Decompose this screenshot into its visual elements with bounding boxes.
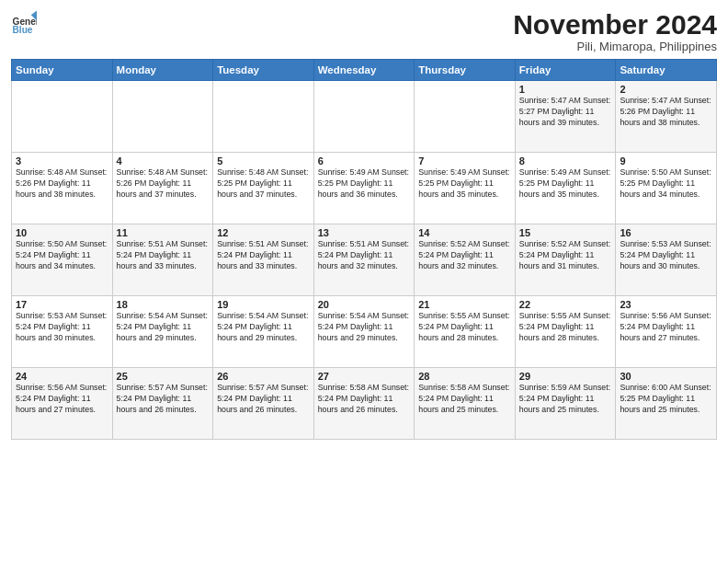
day-cell: 16Sunrise: 5:53 AM Sunset: 5:24 PM Dayli… [616,224,717,296]
day-number: 18 [117,299,210,310]
day-number: 27 [318,371,411,382]
day-number: 4 [117,155,210,167]
day-info: Sunrise: 5:53 AM Sunset: 5:24 PM Dayligh… [620,239,712,272]
day-cell: 13Sunrise: 5:51 AM Sunset: 5:24 PM Dayli… [313,224,415,296]
logo-icon: General Blue [11,9,37,35]
week-row-1: 3Sunrise: 5:48 AM Sunset: 5:26 PM Daylig… [12,153,717,224]
calendar-body: 1Sunrise: 5:47 AM Sunset: 5:27 PM Daylig… [12,81,717,440]
day-cell: 4Sunrise: 5:48 AM Sunset: 5:26 PM Daylig… [112,153,213,224]
day-cell: 10Sunrise: 5:50 AM Sunset: 5:24 PM Dayli… [12,224,113,296]
day-info: Sunrise: 5:57 AM Sunset: 5:24 PM Dayligh… [217,383,310,416]
day-cell [313,81,415,153]
calendar-table: Sunday Monday Tuesday Wednesday Thursday… [11,59,717,440]
month-title: November 2024 [513,9,717,40]
day-cell: 18Sunrise: 5:54 AM Sunset: 5:24 PM Dayli… [112,296,213,368]
day-cell: 11Sunrise: 5:51 AM Sunset: 5:24 PM Dayli… [112,224,213,296]
day-cell: 22Sunrise: 5:55 AM Sunset: 5:24 PM Dayli… [515,296,616,368]
logo: General Blue [11,9,37,35]
day-number: 1 [519,84,612,95]
day-number: 3 [16,155,108,167]
day-cell: 1Sunrise: 5:47 AM Sunset: 5:27 PM Daylig… [515,81,616,153]
day-number: 11 [117,227,210,238]
day-info: Sunrise: 5:54 AM Sunset: 5:24 PM Dayligh… [217,311,310,344]
day-info: Sunrise: 5:51 AM Sunset: 5:24 PM Dayligh… [117,239,210,272]
day-number: 7 [418,155,511,167]
day-info: Sunrise: 5:57 AM Sunset: 5:24 PM Dayligh… [117,383,210,416]
day-number: 15 [519,227,612,238]
day-info: Sunrise: 5:49 AM Sunset: 5:25 PM Dayligh… [318,167,411,201]
day-info: Sunrise: 5:47 AM Sunset: 5:26 PM Dayligh… [620,96,712,129]
day-cell: 5Sunrise: 5:48 AM Sunset: 5:25 PM Daylig… [213,153,314,224]
day-info: Sunrise: 5:49 AM Sunset: 5:25 PM Dayligh… [418,167,511,201]
day-cell: 28Sunrise: 5:58 AM Sunset: 5:24 PM Dayli… [415,368,516,440]
location: Pili, Mimaropa, Philippines [513,40,717,53]
day-number: 26 [217,371,310,382]
day-info: Sunrise: 5:52 AM Sunset: 5:24 PM Dayligh… [519,239,612,272]
day-cell: 14Sunrise: 5:52 AM Sunset: 5:24 PM Dayli… [415,224,516,296]
day-number: 6 [318,155,411,167]
day-cell: 2Sunrise: 5:47 AM Sunset: 5:26 PM Daylig… [616,81,717,153]
day-number: 25 [117,371,210,382]
day-cell [112,81,213,153]
day-info: Sunrise: 5:54 AM Sunset: 5:24 PM Dayligh… [318,311,411,344]
day-number: 14 [418,227,511,238]
day-cell: 3Sunrise: 5:48 AM Sunset: 5:26 PM Daylig… [12,153,113,224]
day-number: 12 [217,227,310,238]
day-cell: 15Sunrise: 5:52 AM Sunset: 5:24 PM Dayli… [515,224,616,296]
day-number: 28 [418,371,511,382]
week-row-0: 1Sunrise: 5:47 AM Sunset: 5:27 PM Daylig… [12,81,717,153]
day-info: Sunrise: 5:50 AM Sunset: 5:24 PM Dayligh… [16,239,108,272]
day-info: Sunrise: 5:48 AM Sunset: 5:26 PM Dayligh… [117,167,210,201]
day-cell: 19Sunrise: 5:54 AM Sunset: 5:24 PM Dayli… [213,296,314,368]
day-number: 10 [16,227,108,238]
day-info: Sunrise: 5:50 AM Sunset: 5:25 PM Dayligh… [620,167,712,201]
week-row-4: 24Sunrise: 5:56 AM Sunset: 5:24 PM Dayli… [12,368,717,440]
day-cell: 8Sunrise: 5:49 AM Sunset: 5:25 PM Daylig… [515,153,616,224]
day-number: 17 [16,299,108,310]
day-cell: 9Sunrise: 5:50 AM Sunset: 5:25 PM Daylig… [616,153,717,224]
day-info: Sunrise: 5:59 AM Sunset: 5:24 PM Dayligh… [519,383,612,416]
day-cell [415,81,516,153]
day-number: 20 [318,299,411,310]
day-number: 24 [16,371,108,382]
header-friday: Friday [515,60,616,81]
day-info: Sunrise: 5:51 AM Sunset: 5:24 PM Dayligh… [318,239,411,272]
day-number: 23 [620,299,712,310]
day-info: Sunrise: 5:47 AM Sunset: 5:27 PM Dayligh… [519,96,612,129]
day-number: 21 [418,299,511,310]
page-container: General Blue November 2024 Pili, Mimarop… [0,0,728,445]
day-number: 13 [318,227,411,238]
day-info: Sunrise: 5:51 AM Sunset: 5:24 PM Dayligh… [217,239,310,272]
day-cell: 23Sunrise: 5:56 AM Sunset: 5:24 PM Dayli… [616,296,717,368]
day-number: 2 [620,84,712,95]
header-monday: Monday [112,60,213,81]
day-info: Sunrise: 5:55 AM Sunset: 5:24 PM Dayligh… [418,311,511,344]
day-number: 29 [519,371,612,382]
day-cell: 30Sunrise: 6:00 AM Sunset: 5:25 PM Dayli… [616,368,717,440]
day-cell: 29Sunrise: 5:59 AM Sunset: 5:24 PM Dayli… [515,368,616,440]
day-number: 19 [217,299,310,310]
day-number: 9 [620,155,712,167]
day-info: Sunrise: 5:56 AM Sunset: 5:24 PM Dayligh… [16,383,108,416]
header-thursday: Thursday [415,60,516,81]
day-cell: 25Sunrise: 5:57 AM Sunset: 5:24 PM Dayli… [112,368,213,440]
header-wednesday: Wednesday [313,60,415,81]
svg-text:Blue: Blue [13,25,33,35]
day-number: 8 [519,155,612,167]
week-row-3: 17Sunrise: 5:53 AM Sunset: 5:24 PM Dayli… [12,296,717,368]
day-cell: 17Sunrise: 5:53 AM Sunset: 5:24 PM Dayli… [12,296,113,368]
day-info: Sunrise: 5:49 AM Sunset: 5:25 PM Dayligh… [519,167,612,201]
week-row-2: 10Sunrise: 5:50 AM Sunset: 5:24 PM Dayli… [12,224,717,296]
day-cell: 20Sunrise: 5:54 AM Sunset: 5:24 PM Dayli… [313,296,415,368]
day-cell: 7Sunrise: 5:49 AM Sunset: 5:25 PM Daylig… [415,153,516,224]
header-saturday: Saturday [616,60,717,81]
day-number: 30 [620,371,712,382]
day-info: Sunrise: 5:58 AM Sunset: 5:24 PM Dayligh… [318,383,411,416]
day-info: Sunrise: 5:48 AM Sunset: 5:26 PM Dayligh… [16,167,108,201]
day-cell: 12Sunrise: 5:51 AM Sunset: 5:24 PM Dayli… [213,224,314,296]
day-info: Sunrise: 6:00 AM Sunset: 5:25 PM Dayligh… [620,383,712,416]
day-cell: 27Sunrise: 5:58 AM Sunset: 5:24 PM Dayli… [313,368,415,440]
day-info: Sunrise: 5:52 AM Sunset: 5:24 PM Dayligh… [418,239,511,272]
day-cell: 24Sunrise: 5:56 AM Sunset: 5:24 PM Dayli… [12,368,113,440]
day-number: 5 [217,155,310,167]
